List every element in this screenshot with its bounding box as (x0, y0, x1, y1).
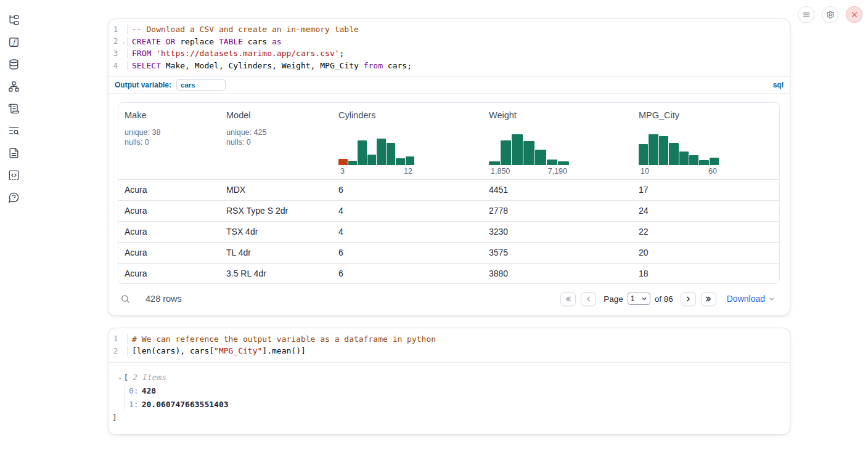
download-button[interactable]: Download (727, 294, 775, 304)
histogram-bar (348, 161, 358, 165)
histogram-bar (689, 155, 698, 165)
prev-page-button[interactable] (581, 292, 596, 306)
axis-max-label: 7,190 (548, 167, 567, 176)
code-line[interactable]: 2⌄CREATE OR replace TABLE cars as (108, 36, 790, 48)
table-footer: 428 rows Page 1 of 86 (118, 289, 780, 308)
next-page-button[interactable] (681, 292, 696, 306)
spacer (489, 120, 626, 132)
cell-python: 1# We can reference the output variable … (108, 328, 790, 434)
column-header[interactable]: Weight1,8507,190 (483, 103, 633, 179)
close-icon[interactable] (846, 6, 862, 23)
menu-icon[interactable] (798, 6, 814, 23)
data-table: Makeunique: 38nulls: 0Modelunique: 425nu… (118, 102, 780, 284)
table-row[interactable]: AcuraMDX6445117 (118, 179, 779, 200)
row-count: 428 rows (145, 294, 182, 304)
code-text: -- Download a CSV and create an in-memor… (127, 25, 359, 34)
table-cell: Acura (118, 243, 220, 263)
code-token: cars (243, 37, 272, 46)
entry-key: 1: (129, 400, 139, 409)
code-text: # We can reference the output variable a… (127, 334, 436, 344)
column-header[interactable]: Makeunique: 38nulls: 0 (118, 103, 220, 179)
table-cell: 4 (332, 222, 483, 242)
page-label: Page (604, 294, 623, 304)
table-cell: 4 (332, 201, 483, 221)
column-header[interactable]: Cylinders312 (332, 103, 483, 179)
database-icon[interactable] (4, 55, 23, 73)
code-token: TABLE (219, 37, 243, 46)
table-row[interactable]: AcuraTL 4dr6357520 (118, 242, 779, 263)
code-line[interactable]: 2[len(cars), cars["MPG_City"].mean()] (108, 345, 790, 357)
histogram-bar (639, 144, 648, 165)
file-tree-icon[interactable] (4, 11, 23, 28)
table-row[interactable]: AcuraRSX Type S 2dr4277824 (118, 200, 779, 221)
entry-key: 0: (129, 386, 139, 395)
table-cell: Acura (118, 264, 220, 284)
snippets-icon[interactable] (4, 166, 23, 184)
list-search-icon[interactable] (4, 122, 23, 139)
dependency-graph-icon[interactable] (4, 78, 23, 95)
language-badge: sql (773, 81, 784, 89)
chevron-down-icon[interactable]: ⌄ (118, 374, 121, 380)
help-circle-icon[interactable] (4, 188, 23, 206)
gear-icon[interactable] (822, 6, 838, 23)
spacer (639, 120, 773, 132)
code-line[interactable]: 1# We can reference the output variable … (108, 333, 790, 345)
code-line[interactable]: 4SELECT Make, Model, Cylinders, Weight, … (108, 60, 790, 72)
column-header[interactable]: MPG_City1060 (633, 103, 779, 179)
output-variable-input[interactable] (176, 79, 226, 91)
marimo-notebook: ƒ (0, 0, 868, 449)
code-token: FROM (132, 49, 151, 58)
page-select-value: 1 (631, 294, 635, 303)
scroll-icon[interactable] (4, 100, 23, 117)
items-count-label: 2 Items (133, 373, 166, 382)
table-cell: Acura (118, 201, 220, 221)
table-cell: 17 (633, 180, 779, 200)
code-token: cars; (383, 61, 412, 70)
column-header[interactable]: Modelunique: 425nulls: 0 (220, 103, 332, 179)
code-line[interactable]: 3FROM 'https://datasets.marimo.app/cars.… (108, 47, 790, 60)
axis-min-label: 3 (340, 167, 345, 176)
tree-open-line: ⌄ [ 2 Items (112, 371, 780, 384)
table-cell: MDX (220, 180, 332, 200)
table-row[interactable]: AcuraTSX 4dr4323022 (118, 221, 779, 242)
chevron-down-icon (768, 296, 775, 302)
column-name: Model (226, 110, 326, 120)
histogram-bar (710, 158, 719, 165)
histogram-bar (338, 159, 348, 165)
table-cell: TSX 4dr (220, 222, 332, 242)
table-body: AcuraMDX6445117AcuraRSX Type S 2dr427782… (118, 179, 779, 283)
code-editor-python[interactable]: 1# We can reference the output variable … (108, 328, 790, 362)
histogram-axis: 1060 (639, 167, 719, 176)
histogram-axis: 1,8507,190 (489, 167, 569, 176)
cell-sql: 1-- Download a CSV and create an in-memo… (108, 18, 790, 316)
code-line[interactable]: 1-- Download a CSV and create an in-memo… (108, 23, 790, 36)
function-square-icon[interactable]: ƒ (4, 33, 23, 51)
table-cell: 2778 (483, 201, 633, 221)
tree-items: 0:4281:20.060747663551403 (112, 384, 780, 411)
line-number: 3 (108, 49, 121, 58)
first-page-button[interactable] (560, 292, 576, 306)
table-row[interactable]: Acura3.5 RL 4dr6388018 (118, 263, 779, 284)
page-select[interactable]: 1 (628, 293, 650, 305)
histogram-bar (512, 134, 523, 165)
code-token: CREATE (132, 37, 161, 46)
code-text: FROM 'https://datasets.marimo.app/cars.c… (127, 49, 344, 58)
code-editor-sql[interactable]: 1-- Download a CSV and create an in-memo… (108, 19, 790, 76)
fold-chevron-icon[interactable]: ⌄ (121, 39, 127, 44)
table-cell: RSX Type S 2dr (220, 201, 332, 221)
svg-text:ƒ: ƒ (11, 38, 17, 46)
table-cell: 3.5 RL 4dr (220, 264, 332, 284)
histogram-bar (396, 158, 405, 165)
last-page-button[interactable] (701, 292, 716, 306)
search-icon[interactable] (120, 294, 131, 304)
histogram-bar (489, 161, 500, 165)
output-variable-label: Output variable: (115, 81, 171, 89)
document-icon[interactable] (4, 144, 23, 161)
histogram-bar (669, 143, 678, 165)
table-cell: 3230 (483, 222, 633, 242)
tree-entry: 0:428 (112, 384, 780, 397)
download-label: Download (727, 294, 765, 304)
axis-max-label: 12 (404, 167, 412, 176)
column-name: MPG_City (639, 110, 773, 120)
histogram-bar (377, 139, 386, 165)
